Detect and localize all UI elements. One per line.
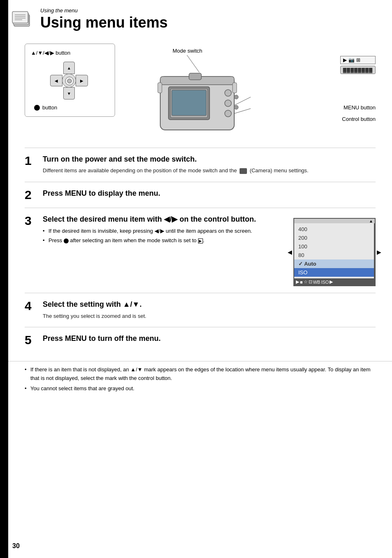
step-1-content: Turn on the power and set the mode switc… [43, 155, 376, 175]
page-header: Using the menu Using menu items [0, 0, 392, 31]
menu-scroll-up: ▲ [294, 219, 375, 223]
menu-list: 400 200 100 80 ✓ Auto ISO [294, 223, 375, 278]
menu-item-80: 80 [294, 251, 374, 259]
menu-item-auto: ✓ Auto [294, 259, 374, 268]
step-1: 1 Turn on the power and set the mode swi… [25, 148, 376, 182]
menu-item-iso: ISO [294, 268, 374, 277]
control-button-diagram: ▲/▼/◀/▶ button button [25, 44, 115, 117]
black-sidebar-strip [0, 0, 8, 558]
menu-arrow-left: ◀ [288, 249, 292, 255]
diagram-control-button-label: Control button [342, 116, 376, 122]
cross-right-button [76, 75, 88, 86]
step-4-body: The setting you select is zoomed and is … [43, 312, 376, 321]
page-number: 30 [12, 542, 20, 550]
step-2-number: 2 [25, 189, 36, 201]
menu-item-400: 400 [294, 225, 374, 234]
step-2-title: Press MENU to display the menu. [43, 189, 376, 198]
menu-arrow-right: ▶ [377, 249, 381, 255]
svg-point-22 [225, 110, 231, 117]
menu-button-label: MENU button [344, 104, 376, 111]
step-3-bullet-2: Press after selecting an item when the m… [43, 236, 285, 245]
cross-center-button [62, 74, 76, 88]
menu-bar-icon-1: ▶ [296, 279, 299, 285]
note-1: If there is an item that is not displaye… [25, 366, 376, 383]
step-4-title: Select the setting with ▲/▼. [43, 300, 376, 309]
menu-screenshot-container: ▲ 400 200 100 80 ✓ Auto ISO ▶ ■ ☆ [293, 218, 376, 286]
note-2: You cannot select items that are grayed … [25, 384, 376, 393]
svg-point-8 [67, 79, 71, 83]
menu-bar-icon-3: ☆ [304, 279, 308, 285]
step-3-text: Select the desired menu item with ◀/▶ on… [43, 215, 285, 246]
step-2: 2 Press MENU to display the menu. [25, 182, 376, 208]
step-5-content: Press MENU to turn off the menu. [43, 334, 376, 346]
control-cross-diagram [48, 60, 90, 101]
svg-point-20 [225, 100, 231, 107]
svg-rect-2 [12, 12, 28, 23]
step-3-bullet-1: If the desired item is invisible, keep p… [43, 227, 285, 235]
mode-icons-area: ▶ 📷 ⊞ ▓▓▓▓▓▓▓▓ [340, 56, 376, 74]
play-icon: ▶ [343, 57, 347, 63]
camera-diagram: Mode switch [140, 44, 376, 139]
step-5-number: 5 [25, 334, 36, 346]
step-3-number: 3 [25, 215, 36, 286]
svg-point-18 [225, 90, 231, 96]
bullet-circle-icon [34, 105, 40, 111]
header-text-block: Using the menu Using menu items [40, 7, 168, 31]
grid-icon: ⊞ [356, 57, 360, 63]
diagram-area: ▲/▼/◀/▶ button button Mode switch [0, 31, 392, 148]
header-subtitle: Using the menu [40, 7, 168, 14]
bullet-button-label: button [42, 104, 57, 111]
steps-container: 1 Turn on the power and set the mode swi… [0, 148, 392, 361]
step-4-content: Select the setting with ▲/▼. The setting… [43, 300, 376, 320]
step-5: 5 Press MENU to turn off the menu. [25, 327, 376, 353]
svg-point-21 [234, 105, 238, 109]
menu-bar-iso: ISO [321, 280, 329, 285]
svg-rect-23 [158, 83, 162, 93]
mode-switch-label: Mode switch [173, 48, 202, 54]
step-4-number: 4 [25, 300, 36, 320]
menu-bar-wb: WB [313, 280, 321, 285]
cross-up-button [63, 62, 75, 74]
step-3: 3 Select the desired menu item with ◀/▶ … [25, 208, 376, 293]
cross-left-button [50, 75, 62, 86]
step-5-title: Press MENU to turn off the menu. [43, 334, 376, 343]
step-1-number: 1 [25, 155, 36, 175]
menu-bar-arrow: ▶ [330, 279, 333, 285]
section-icon [11, 7, 35, 31]
notes-section: If there is an item that is not displaye… [0, 361, 392, 407]
mode-dial: ▓▓▓▓▓▓▓▓ [340, 66, 376, 74]
bullet-icon [64, 238, 69, 243]
menu-bottom-bar: ▶ ■ ☆ ⊡ WB ISO ▶ [294, 278, 375, 285]
step-1-title: Turn on the power and set the mode switc… [43, 155, 376, 164]
control-button-label: ▲/▼/◀/▶ button [31, 50, 107, 56]
svg-rect-24 [233, 83, 237, 93]
step-1-body: Different items are available depending … [43, 167, 376, 175]
menu-screenshot: ▲ 400 200 100 80 ✓ Auto ISO ▶ ■ ☆ [293, 218, 376, 286]
cross-down-button [63, 87, 75, 100]
svg-rect-17 [189, 73, 201, 80]
menu-bar-icon-2: ■ [300, 280, 303, 285]
menu-bar-icon-4: ⊡ [309, 279, 312, 285]
camera-icon: 📷 [348, 57, 355, 63]
step-3-content: Select the desired menu item with ◀/▶ on… [43, 215, 376, 286]
step-3-title: Select the desired menu item with ◀/▶ on… [43, 215, 285, 224]
svg-point-19 [234, 95, 238, 99]
play-icon-inline: ▶ [198, 238, 203, 243]
svg-rect-16 [172, 90, 206, 116]
step-3-with-image: Select the desired menu item with ◀/▶ on… [43, 215, 376, 286]
mode-icons-row-1: ▶ 📷 ⊞ [340, 56, 376, 64]
bullet-button-area: button [31, 104, 107, 111]
camera-symbol-icon [240, 168, 247, 174]
header-title: Using menu items [40, 14, 168, 31]
menu-item-100: 100 [294, 242, 374, 251]
step-3-bullets: If the desired item is invisible, keep p… [43, 227, 285, 245]
menu-item-200: 200 [294, 234, 374, 242]
step-4: 4 Select the setting with ▲/▼. The setti… [25, 293, 376, 327]
step-2-content: Press MENU to display the menu. [43, 189, 376, 201]
